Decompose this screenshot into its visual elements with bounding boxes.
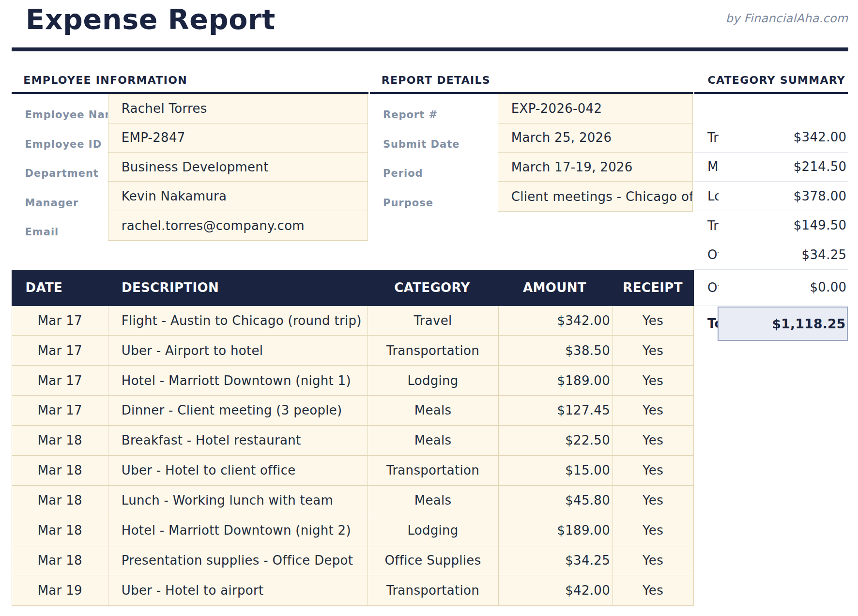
byline: by FinancialAha.com xyxy=(725,12,848,25)
expense-date: Mar 18 xyxy=(12,515,108,545)
expense-receipt: Yes xyxy=(613,336,693,365)
expense-description: Flight - Austin to Chicago (round trip) xyxy=(108,306,368,336)
expense-amount: $34.25 xyxy=(498,545,613,575)
expense-row-10: Mar 19 Uber - Hotel to airport Transport… xyxy=(12,575,693,605)
expense-amount: $22.50 xyxy=(498,426,613,455)
summary-row-other: Other $0.00 xyxy=(694,270,848,306)
submit-date-label: Submit Date xyxy=(383,137,460,152)
expense-amount: $38.50 xyxy=(498,336,613,365)
expense-date: Mar 17 xyxy=(12,306,108,336)
expense-row-7: Mar 18 Lunch - Working lunch with team M… xyxy=(12,486,693,516)
purpose-field[interactable]: Client meetings - Chicago office xyxy=(498,182,692,211)
page-title: Expense Report xyxy=(26,3,276,35)
employee-id-label: Employee ID xyxy=(25,137,102,152)
summary-row-travel: Travel $342.00 xyxy=(694,123,848,153)
expense-category: Meals xyxy=(368,396,498,425)
submit-date-field[interactable]: March 25, 2026 xyxy=(498,123,692,153)
expense-date: Mar 17 xyxy=(12,396,108,425)
expense-table: DATE DESCRIPTION CATEGORY AMOUNT RECEIPT… xyxy=(12,270,694,606)
column-header-receipt: RECEIPT xyxy=(612,280,694,295)
category-summary: Travel $342.00 Meals $214.50 Lodging $37… xyxy=(694,123,848,341)
email-field[interactable]: rachel.torres@company.com xyxy=(108,211,368,240)
expense-receipt: Yes xyxy=(613,396,693,425)
column-header-amount: AMOUNT xyxy=(498,280,612,295)
expense-receipt: Yes xyxy=(613,545,693,575)
expense-amount: $15.00 xyxy=(498,456,613,485)
expense-category: Meals xyxy=(368,486,498,515)
period-field[interactable]: March 17-19, 2026 xyxy=(498,153,692,182)
expense-receipt: Yes xyxy=(613,366,693,395)
report-details-fields: EXP-2026-042 March 25, 2026 March 17-19,… xyxy=(498,94,693,212)
expense-table-body: Mar 17 Flight - Austin to Chicago (round… xyxy=(12,306,694,606)
column-header-category: CATEGORY xyxy=(367,280,498,295)
summary-row-office-supplies: Office Supplies $34.25 xyxy=(694,240,848,270)
summary-transportation-amount[interactable]: $149.50 xyxy=(719,212,848,239)
expense-description: Hotel - Marriott Downtown (night 2) xyxy=(108,515,368,545)
department-field[interactable]: Business Development xyxy=(108,153,368,182)
expense-category: Lodging xyxy=(368,515,498,545)
expense-amount: $189.00 xyxy=(498,515,613,545)
expense-row-5: Mar 18 Breakfast - Hotel restaurant Meal… xyxy=(12,426,693,456)
column-header-date: DATE xyxy=(12,280,107,295)
column-header-description: DESCRIPTION xyxy=(107,280,367,295)
expense-amount: $45.80 xyxy=(498,486,613,515)
report-number-field[interactable]: EXP-2026-042 xyxy=(498,94,692,123)
expense-date: Mar 17 xyxy=(12,366,108,395)
summary-row-total: Total $1,118.25 xyxy=(694,306,848,341)
summary-office-supplies-amount[interactable]: $34.25 xyxy=(719,241,848,268)
expense-date: Mar 18 xyxy=(12,486,108,515)
expense-row-2: Mar 17 Uber - Airport to hotel Transport… xyxy=(12,336,693,366)
summary-other-amount[interactable]: $0.00 xyxy=(719,271,848,304)
expense-row-1: Mar 17 Flight - Austin to Chicago (round… xyxy=(12,306,693,336)
expense-category: Office Supplies xyxy=(368,545,498,575)
expense-description: Breakfast - Hotel restaurant xyxy=(108,426,368,455)
expense-table-header: DATE DESCRIPTION CATEGORY AMOUNT RECEIPT xyxy=(12,270,694,306)
expense-receipt: Yes xyxy=(613,575,693,605)
manager-field[interactable]: Kevin Nakamura xyxy=(108,182,368,211)
employee-name-field[interactable]: Rachel Torres xyxy=(108,94,368,123)
expense-category: Travel xyxy=(368,306,498,336)
summary-total-amount[interactable]: $1,118.25 xyxy=(718,307,848,341)
expense-row-9: Mar 18 Presentation supplies - Office De… xyxy=(12,545,693,575)
department-label: Department xyxy=(25,166,99,181)
expense-receipt: Yes xyxy=(613,306,693,336)
report-number-label: Report # xyxy=(383,108,438,122)
summary-meals-amount[interactable]: $214.50 xyxy=(719,154,848,180)
employee-id-field[interactable]: EMP-2847 xyxy=(108,123,368,153)
employee-info-heading: EMPLOYEE INFORMATION xyxy=(23,74,187,87)
expense-receipt: Yes xyxy=(613,426,693,455)
period-label: Period xyxy=(383,166,423,181)
expense-category: Transportation xyxy=(368,575,498,605)
employee-info-fields: Rachel Torres EMP-2847 Business Developm… xyxy=(108,94,368,241)
expense-row-6: Mar 18 Uber - Hotel to client office Tra… xyxy=(12,456,693,486)
expense-description: Hotel - Marriott Downtown (night 1) xyxy=(108,366,368,395)
expense-report-page: Expense Report by FinancialAha.com EMPLO… xyxy=(0,0,858,616)
summary-row-meals: Meals $214.50 xyxy=(694,153,848,182)
expense-date: Mar 17 xyxy=(12,336,108,365)
category-summary-heading: CATEGORY SUMMARY xyxy=(708,74,846,87)
expense-row-4: Mar 17 Dinner - Client meeting (3 people… xyxy=(12,396,693,426)
expense-receipt: Yes xyxy=(613,486,693,515)
expense-amount: $189.00 xyxy=(498,366,613,395)
summary-row-lodging: Lodging $378.00 xyxy=(694,182,848,211)
expense-description: Lunch - Working lunch with team xyxy=(108,486,368,515)
expense-amount: $42.00 xyxy=(498,575,613,605)
expense-date: Mar 18 xyxy=(12,426,108,455)
expense-description: Uber - Hotel to client office xyxy=(108,456,368,485)
expense-description: Uber - Hotel to airport xyxy=(108,575,368,605)
expense-description: Dinner - Client meeting (3 people) xyxy=(108,396,368,425)
expense-date: Mar 18 xyxy=(12,456,108,485)
expense-category: Meals xyxy=(368,426,498,455)
summary-row-transportation: Transportation $149.50 xyxy=(694,211,848,241)
summary-lodging-amount[interactable]: $378.00 xyxy=(719,183,848,209)
category-summary-underline xyxy=(694,92,848,94)
header-rule xyxy=(12,47,848,52)
expense-category: Transportation xyxy=(368,456,498,485)
expense-description: Presentation supplies - Office Depot xyxy=(108,545,368,575)
expense-category: Lodging xyxy=(368,366,498,395)
expense-date: Mar 19 xyxy=(12,575,108,605)
summary-travel-amount[interactable]: $342.00 xyxy=(719,124,848,151)
expense-amount: $127.45 xyxy=(498,396,613,425)
purpose-label: Purpose xyxy=(383,196,433,210)
expense-description: Uber - Airport to hotel xyxy=(108,336,368,365)
